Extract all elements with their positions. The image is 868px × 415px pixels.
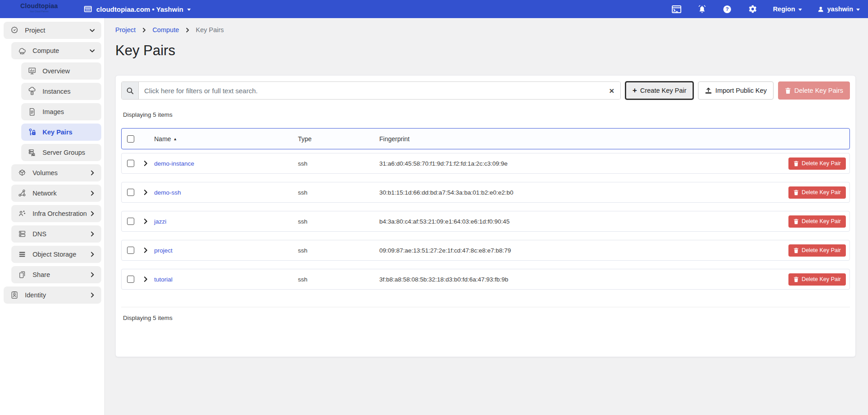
- delete-key-pair-button[interactable]: Delete Key Pair: [788, 244, 846, 257]
- sidebar-item-label: DNS: [33, 230, 89, 238]
- delete-key-pair-button[interactable]: Delete Key Pair: [788, 273, 846, 286]
- chevron-right-icon: [89, 190, 95, 196]
- app-root: Cloudtopiaa Your Cloud Partner cloudtopi…: [0, 0, 868, 415]
- sidebar-item-images[interactable]: Images: [21, 103, 101, 120]
- sidebar-item-label: Network: [33, 190, 89, 197]
- expand-row-icon[interactable]: [142, 189, 149, 196]
- sidebar-item-network[interactable]: Network: [11, 185, 101, 202]
- key-pair-name-link[interactable]: demo-ssh: [154, 189, 298, 196]
- notifications-bell-icon[interactable]: [697, 4, 707, 14]
- row-checkbox[interactable]: [127, 218, 134, 225]
- row-checkbox[interactable]: [127, 189, 134, 196]
- sidebar-item-infra-orchestration[interactable]: Infra Orchestration: [11, 205, 101, 222]
- row-checkbox[interactable]: [127, 276, 134, 283]
- key-pair-name-link[interactable]: jazzi: [154, 218, 298, 225]
- page-title: Key Pairs: [115, 43, 856, 59]
- delete-key-pair-button[interactable]: Delete Key Pair: [788, 186, 846, 199]
- sidebar-item-server-groups[interactable]: Server Groups: [21, 144, 101, 161]
- expand-row-icon[interactable]: [142, 218, 149, 224]
- breadcrumb-link-compute[interactable]: Compute: [152, 26, 179, 33]
- table-footer: Displaying 5 items: [121, 307, 850, 348]
- import-public-key-label: Import Public Key: [715, 87, 767, 94]
- clear-search-button[interactable]: ×: [603, 82, 620, 99]
- sort-ascending-icon: ▲: [173, 137, 177, 141]
- chevron-right-icon: [89, 251, 95, 258]
- breadcrumb: Project Compute Key Pairs: [115, 26, 856, 33]
- plus-icon: +: [632, 86, 637, 95]
- domain-project-switcher[interactable]: cloudtopiaa.com • Yashwin: [83, 0, 191, 18]
- table-header-row: Name▲ Type Fingerprint: [121, 128, 850, 149]
- chevron-down-icon: [89, 48, 95, 54]
- sidebar-item-instances[interactable]: Instances: [21, 83, 101, 100]
- select-all-checkbox[interactable]: [127, 135, 134, 143]
- chevron-right-icon: [184, 27, 190, 33]
- column-header-type[interactable]: Type: [298, 135, 379, 143]
- column-header-name[interactable]: Name▲: [154, 135, 298, 143]
- sidebar-item-label: Volumes: [33, 169, 89, 176]
- delete-key-pair-button[interactable]: Delete Key Pair: [788, 157, 846, 170]
- column-header-fingerprint[interactable]: Fingerprint: [379, 135, 788, 143]
- search-icon[interactable]: [122, 82, 139, 99]
- row-checkbox[interactable]: [127, 247, 134, 254]
- sidebar-item-identity[interactable]: Identity: [4, 286, 101, 304]
- overview-dashboard-icon: [27, 67, 37, 76]
- sidebar-item-overview[interactable]: Overview: [21, 62, 101, 80]
- table-row: tutorial ssh 3f:b8:a8:58:08:5b:32:18:d3:…: [121, 269, 850, 290]
- create-key-pair-button[interactable]: + Create Key Pair: [625, 81, 693, 100]
- console-icon[interactable]: [672, 4, 682, 14]
- sidebar-item-volumes[interactable]: Volumes: [11, 164, 101, 181]
- table-toolbar: × + Create Key Pair Import Public Key De…: [121, 81, 850, 100]
- sidebar-item-share[interactable]: Share: [11, 266, 101, 283]
- help-icon[interactable]: ?: [722, 4, 732, 14]
- key-pair-type: ssh: [298, 247, 379, 254]
- cloud-compute-icon: [17, 46, 27, 56]
- key-pair-name-link[interactable]: demo-instance: [154, 160, 298, 167]
- items-count-bottom: Displaying 5 items: [123, 315, 848, 321]
- breadcrumb-current: Key Pairs: [196, 26, 224, 33]
- chevron-right-icon: [89, 272, 95, 278]
- sidebar-item-compute[interactable]: Compute: [11, 42, 101, 59]
- chevron-right-icon: [89, 210, 95, 217]
- object-storage-list-icon: [17, 250, 27, 259]
- key-pair-name-link[interactable]: tutorial: [154, 276, 298, 283]
- expand-row-icon[interactable]: [142, 160, 149, 167]
- region-menu-label: Region: [773, 5, 795, 13]
- search-input[interactable]: [139, 82, 603, 99]
- trash-icon: [793, 161, 799, 167]
- expand-row-icon[interactable]: [142, 247, 149, 253]
- key-pair-type: ssh: [298, 276, 379, 283]
- top-navigation-bar: Cloudtopiaa Your Cloud Partner cloudtopi…: [0, 0, 868, 18]
- svg-text:?: ?: [726, 6, 729, 12]
- upload-icon: [705, 87, 712, 94]
- breadcrumb-link-project[interactable]: Project: [115, 26, 136, 33]
- expand-row-icon[interactable]: [142, 276, 149, 282]
- sidebar-item-project[interactable]: Project: [4, 22, 101, 39]
- row-checkbox[interactable]: [127, 160, 134, 167]
- sidebar-item-key-pairs[interactable]: Key Pairs: [21, 124, 101, 141]
- user-menu-label: yashwin: [827, 5, 853, 13]
- region-menu[interactable]: Region: [773, 5, 802, 13]
- key-pair-name-link[interactable]: project: [154, 247, 298, 254]
- key-pair-fingerprint: 3f:b8:a8:58:08:5b:32:18:d3:b0:fd:6a:47:9…: [379, 276, 788, 283]
- key-pair-fingerprint: b4:3a:80:c4:af:53:21:09:e1:64:03:e6:1d:f…: [379, 218, 788, 225]
- sidebar-item-label: Infra Orchestration: [33, 210, 89, 217]
- sidebar-item-label: Overview: [42, 67, 95, 75]
- sidebar-item-label: Compute: [33, 47, 89, 54]
- delete-key-pair-button[interactable]: Delete Key Pair: [788, 215, 846, 228]
- window-panel-icon: [83, 4, 93, 14]
- delete-key-pairs-button[interactable]: Delete Key Pairs: [778, 81, 850, 100]
- user-menu[interactable]: yashwin: [817, 5, 860, 13]
- dns-servers-icon: [17, 229, 27, 239]
- share-files-icon: [17, 270, 27, 280]
- sidebar-item-label: Instances: [42, 88, 95, 95]
- brand-logo[interactable]: Cloudtopiaa Your Cloud Partner: [20, 2, 58, 13]
- sidebar-item-object-storage[interactable]: Object Storage: [11, 246, 101, 263]
- chevron-down-icon: [89, 27, 95, 33]
- import-public-key-button[interactable]: Import Public Key: [698, 81, 774, 100]
- project-badge-icon: [9, 26, 19, 35]
- sidebar-item-dns[interactable]: DNS: [11, 225, 101, 243]
- settings-gear-icon[interactable]: [748, 4, 758, 14]
- instances-icon: [27, 87, 37, 96]
- create-key-pair-label: Create Key Pair: [640, 87, 686, 94]
- table-row: demo-ssh ssh 30:b1:15:1d:66:dd:bd:a7:54:…: [121, 182, 850, 203]
